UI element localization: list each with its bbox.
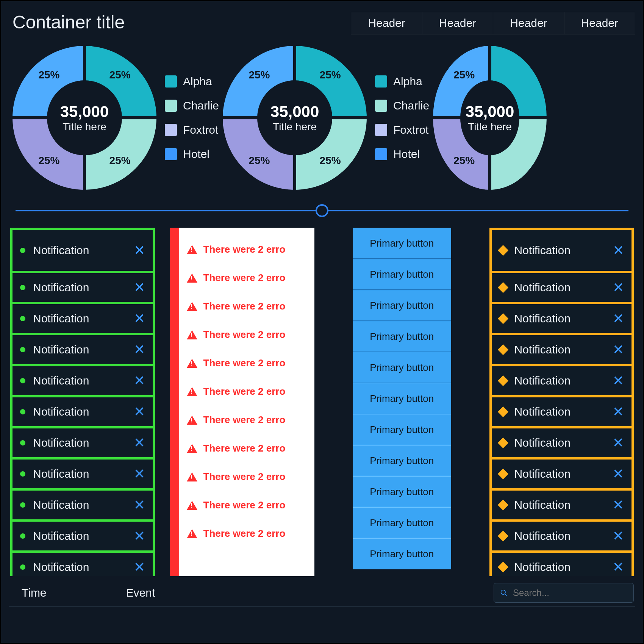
donut-center-value: 35,000 <box>60 103 109 121</box>
notification[interactable]: Notification✕ <box>13 304 153 333</box>
primary-button[interactable]: Primary button <box>353 290 451 321</box>
notification[interactable]: Notification✕ <box>13 460 153 488</box>
notification[interactable]: Notification✕ <box>13 366 153 395</box>
notification[interactable]: Notification✕ <box>13 397 153 426</box>
close-icon[interactable]: ✕ <box>134 242 145 258</box>
slider-thumb[interactable] <box>316 204 328 217</box>
error-item[interactable]: There were 2 erro <box>179 320 315 349</box>
close-icon[interactable]: ✕ <box>134 280 145 295</box>
notification[interactable]: Notification✕ <box>492 230 632 271</box>
warning-icon <box>187 444 197 453</box>
primary-button[interactable]: Primary button <box>353 228 451 259</box>
swatch-icon <box>165 100 177 112</box>
error-item[interactable]: There were 2 erro <box>179 463 315 491</box>
notification[interactable]: Notification✕ <box>13 522 153 550</box>
status-dot-icon <box>20 409 25 414</box>
legend-item[interactable]: Alpha <box>165 75 219 88</box>
slice-label: 25% <box>453 155 475 167</box>
primary-button[interactable]: Primary button <box>353 538 451 569</box>
search-input[interactable] <box>512 587 627 599</box>
close-icon[interactable]: ✕ <box>134 435 145 451</box>
legend-item[interactable]: Hotel <box>375 148 429 161</box>
primary-button[interactable]: Primary button <box>353 352 451 383</box>
notification[interactable]: Notification✕ <box>492 553 632 576</box>
legend-item[interactable]: Hotel <box>165 148 219 161</box>
notification[interactable]: Notification✕ <box>13 273 153 302</box>
close-icon[interactable]: ✕ <box>613 404 624 420</box>
search-box[interactable] <box>494 583 634 603</box>
status-dot-icon <box>20 533 25 539</box>
close-icon[interactable]: ✕ <box>134 404 145 420</box>
error-item[interactable]: There were 2 erro <box>179 349 315 377</box>
notification[interactable]: Notification✕ <box>492 273 632 302</box>
tab[interactable]: Header <box>493 12 564 34</box>
tab[interactable]: Header <box>351 12 422 34</box>
notification[interactable]: Notification✕ <box>492 491 632 519</box>
column-header-event[interactable]: Event <box>126 586 155 599</box>
notif-stack: Notification✕ Notification✕ Notification… <box>10 228 155 576</box>
close-icon[interactable]: ✕ <box>134 528 145 544</box>
range-slider[interactable] <box>16 201 628 220</box>
close-icon[interactable]: ✕ <box>613 242 624 258</box>
error-item[interactable]: There were 2 erro <box>179 519 315 548</box>
notification[interactable]: Notification✕ <box>492 335 632 364</box>
column-buttons: Primary button Primary button Primary bu… <box>330 228 474 576</box>
primary-button[interactable]: Primary button <box>353 383 451 414</box>
legend-item[interactable]: Charlie <box>375 99 429 112</box>
primary-button[interactable]: Primary button <box>353 414 451 445</box>
notification[interactable]: Notification✕ <box>13 553 153 576</box>
close-icon[interactable]: ✕ <box>613 466 624 482</box>
close-icon[interactable]: ✕ <box>134 342 145 358</box>
close-icon[interactable]: ✕ <box>613 497 624 513</box>
error-item[interactable]: There were 2 erro <box>179 434 315 463</box>
close-icon[interactable]: ✕ <box>613 280 624 295</box>
close-icon[interactable]: ✕ <box>613 528 624 544</box>
close-icon[interactable]: ✕ <box>134 497 145 513</box>
close-icon[interactable]: ✕ <box>134 466 145 482</box>
error-panel: There were 2 erro There were 2 erro Ther… <box>170 228 315 576</box>
close-icon[interactable]: ✕ <box>134 559 145 575</box>
notification[interactable]: Notification✕ <box>13 491 153 519</box>
error-item[interactable]: There were 2 erro <box>179 235 315 264</box>
tab[interactable]: Header <box>564 12 635 34</box>
error-item[interactable]: There were 2 erro <box>179 491 315 519</box>
notification[interactable]: Notification✕ <box>13 428 153 457</box>
primary-button[interactable]: Primary button <box>353 476 451 507</box>
diamond-icon <box>497 344 508 355</box>
legend-item[interactable]: Alpha <box>375 75 429 88</box>
error-item[interactable]: There were 2 erro <box>179 377 315 406</box>
notification[interactable]: Notification✕ <box>13 335 153 364</box>
close-icon[interactable]: ✕ <box>613 373 624 389</box>
app-root: Container title Header Header Header Hea… <box>0 0 644 644</box>
close-icon[interactable]: ✕ <box>613 342 624 358</box>
column-header-time[interactable]: Time <box>22 586 47 599</box>
notification[interactable]: Notification✕ <box>492 460 632 488</box>
notification[interactable]: Notification✕ <box>492 428 632 457</box>
primary-button[interactable]: Primary button <box>353 321 451 352</box>
primary-button[interactable]: Primary button <box>353 507 451 538</box>
error-item[interactable]: There were 2 erro <box>179 406 315 434</box>
donut-row: 25% 25% 25% 25% 35,000 Title here Alpha … <box>9 46 635 190</box>
svg-line-1 <box>505 594 506 596</box>
close-icon[interactable]: ✕ <box>134 373 145 389</box>
close-icon[interactable]: ✕ <box>613 559 624 575</box>
close-icon[interactable]: ✕ <box>613 311 624 327</box>
legend-item[interactable]: Foxtrot <box>375 123 429 136</box>
notification[interactable]: Notification✕ <box>492 304 632 333</box>
notification[interactable]: Notification✕ <box>492 397 632 426</box>
error-item[interactable]: There were 2 erro <box>179 264 315 292</box>
error-list: There were 2 erro There were 2 erro Ther… <box>179 228 315 576</box>
close-icon[interactable]: ✕ <box>613 435 624 451</box>
notification[interactable]: Notification✕ <box>492 522 632 550</box>
close-icon[interactable]: ✕ <box>134 311 145 327</box>
notification[interactable]: Notification✕ <box>13 230 153 271</box>
primary-button[interactable]: Primary button <box>353 259 451 290</box>
tab[interactable]: Header <box>422 12 493 34</box>
error-item[interactable]: There were 2 erro <box>179 292 315 320</box>
legend: Alpha Charlie Foxtrot Hotel <box>165 75 219 161</box>
notification[interactable]: Notification✕ <box>492 366 632 395</box>
legend-item[interactable]: Foxtrot <box>165 123 219 136</box>
search-icon <box>500 589 508 597</box>
legend-item[interactable]: Charlie <box>165 99 219 112</box>
primary-button[interactable]: Primary button <box>353 445 451 476</box>
